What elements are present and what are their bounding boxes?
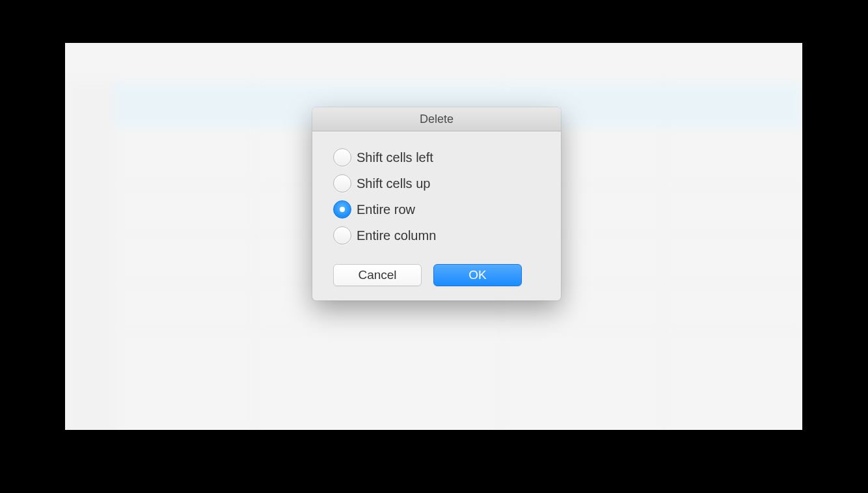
radio-icon bbox=[333, 226, 351, 245]
option-shift-cells-up[interactable]: Shift cells up bbox=[333, 174, 540, 193]
dialog-button-row: Cancel OK bbox=[333, 264, 540, 286]
option-entire-row[interactable]: Entire row bbox=[333, 200, 540, 219]
radio-label: Shift cells left bbox=[357, 150, 433, 165]
radio-icon-selected bbox=[333, 200, 351, 219]
dialog-body: Shift cells left Shift cells up Entire r… bbox=[312, 131, 561, 300]
delete-options-group: Shift cells left Shift cells up Entire r… bbox=[333, 148, 540, 245]
option-entire-column[interactable]: Entire column bbox=[333, 226, 540, 245]
cancel-button[interactable]: Cancel bbox=[333, 264, 422, 286]
delete-dialog: Delete Shift cells left Shift cells up E… bbox=[312, 107, 561, 300]
radio-icon bbox=[333, 174, 351, 193]
dialog-title: Delete bbox=[312, 107, 561, 131]
radio-icon bbox=[333, 148, 351, 167]
radio-label: Shift cells up bbox=[357, 176, 430, 191]
radio-dot-icon bbox=[340, 207, 345, 212]
option-shift-cells-left[interactable]: Shift cells left bbox=[333, 148, 540, 167]
radio-label: Entire column bbox=[357, 228, 436, 243]
ok-button[interactable]: OK bbox=[433, 264, 522, 286]
radio-label: Entire row bbox=[357, 202, 415, 217]
